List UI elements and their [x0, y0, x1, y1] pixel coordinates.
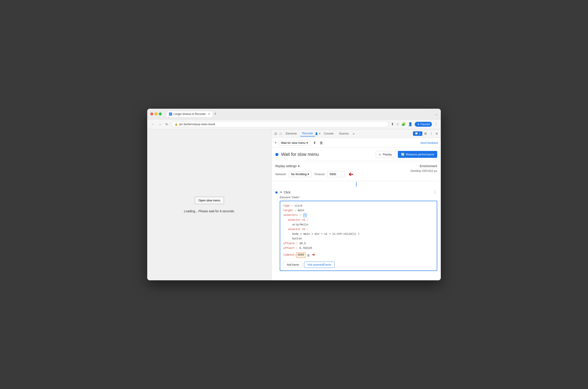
code-timeout-line: timeout : 6000 🗑 ➜	[283, 251, 434, 259]
replay-settings-left: Replay settings ▾ Network No throttling …	[275, 164, 354, 178]
environment-title: Environment	[411, 164, 437, 168]
code-selectors-line: selectors : R	[283, 213, 434, 217]
title-bar-actions: ⌄	[435, 112, 438, 116]
refresh-button[interactable]: ↻	[165, 122, 169, 127]
step-expand-icon[interactable]: ▼	[280, 191, 282, 194]
replay-settings-title[interactable]: Replay settings ▾	[275, 164, 354, 168]
tab-close-button[interactable]: ✕	[208, 112, 210, 116]
extension-icon[interactable]: 🧩	[401, 122, 406, 126]
code-actions: Add frame Add assertedEvents	[283, 262, 434, 268]
profile-icon: 👤	[408, 122, 413, 126]
tab-sources[interactable]: Sources	[337, 131, 351, 136]
timeout-input[interactable]	[327, 171, 345, 177]
recording-selector[interactable]: Wait for slow menu ▾	[279, 140, 311, 146]
throttling-dropdown-icon: ▾	[308, 172, 309, 176]
window-controls: ⌄	[435, 112, 438, 116]
step-indicator	[275, 191, 277, 194]
loading-text: Loading... Please wait for 6 seconds.	[184, 209, 235, 213]
step-header: ▼ Click ⋮	[280, 190, 437, 195]
back-button[interactable]: ←	[150, 122, 155, 127]
send-feedback-link[interactable]: Send feedback	[420, 141, 438, 144]
code-selector2-key-line: selector #2 :	[283, 227, 434, 232]
secure-icon: 🔒	[174, 123, 178, 126]
browser-tab[interactable]: R Longer timeout in Recorder ✕	[166, 111, 213, 117]
add-recording-button[interactable]: +	[275, 140, 277, 145]
code-selector1-key-line: selector #1 :	[283, 218, 434, 222]
code-selector2-val2-line: button	[283, 237, 434, 241]
step-item: ▼ Click ⋮ Element "Hello" type : click	[272, 187, 441, 275]
browser-viewport: Open slow menu Loading... Please wait fo…	[147, 129, 272, 280]
selector-icon: R	[303, 213, 307, 217]
step-line	[356, 182, 356, 187]
settings-dropdown-icon: ▾	[298, 164, 300, 168]
browser-window: R Longer timeout in Recorder ✕ + ⌄ ← → ↻…	[147, 109, 441, 280]
address-bar: ← → ↻ 🔒 jec.fyi/demo/pup-slow-result ⬆ ☆…	[147, 119, 441, 129]
close-devtools-button[interactable]: ✕	[435, 131, 439, 136]
code-selector1-val-line: aria/Hello	[283, 223, 434, 227]
paused-badge[interactable]: ⏸ Paused	[415, 122, 432, 127]
more-tabs-button[interactable]: »	[352, 131, 355, 136]
title-bar: R Longer timeout in Recorder ✕ + ⌄	[147, 109, 441, 119]
notification-badge[interactable]: 💬 1	[413, 131, 422, 136]
step-type: Click	[284, 191, 290, 194]
red-arrow-timeout: ➜	[311, 251, 315, 259]
code-selector2-val-line: body > main > div > ul > li:nth-child(1)…	[283, 232, 434, 236]
address-actions: ⬆ ☆ 🧩 👤 ⏸ Paused ⋮	[391, 122, 438, 127]
bookmark-icon[interactable]: ☆	[396, 122, 399, 126]
inspector-icon[interactable]: ⊡	[274, 131, 278, 136]
share-icon[interactable]: ⬆	[391, 122, 394, 126]
steps-area: ▼ Click ⋮ Element "Hello" type : click	[272, 181, 441, 280]
settings-icon[interactable]: ⚙	[423, 131, 428, 136]
environment-device: Desktop 535×622 px	[411, 169, 437, 172]
delete-recording-button[interactable]: 🗑	[319, 140, 324, 146]
settings-row: Network No throttling ▾ Timeout ➜	[275, 170, 354, 178]
code-offsetY-line: offsetY : 9.703125	[283, 246, 434, 251]
tab-recorder[interactable]: Recorder	[300, 131, 315, 136]
tab-console[interactable]: Console	[322, 131, 336, 136]
recorder-toolbar: + Wait for slow menu ▾ ⬆ 🗑 Send feedback	[272, 138, 441, 148]
forward-button[interactable]: →	[157, 122, 162, 127]
devtools-tabs-bar: ⊡ □ Elements Recorder 👤 ✕ Console Source…	[272, 129, 441, 138]
tab-favicon: R	[169, 112, 172, 116]
throttling-select[interactable]: No throttling ▾	[289, 171, 311, 177]
measure-performance-button[interactable]: 🔄 Measure performance	[398, 151, 437, 158]
minimize-traffic-light[interactable]	[155, 112, 157, 115]
replay-settings: Replay settings ▾ Network No throttling …	[272, 161, 441, 181]
code-offsetX-line: offsetX : 30.5	[283, 242, 434, 246]
environment-section: Environment Desktop 535×622 px	[411, 164, 437, 172]
network-label: Network	[275, 172, 286, 176]
devtools-more-icon[interactable]: ⋮	[429, 131, 434, 136]
new-tab-button[interactable]: +	[214, 112, 216, 116]
code-type-line: type : click	[283, 204, 434, 208]
add-frame-button[interactable]: Add frame	[283, 262, 302, 268]
devtools-panel: ⊡ □ Elements Recorder 👤 ✕ Console Source…	[272, 129, 441, 280]
recording-indicator	[275, 153, 278, 156]
code-target-line: target : main	[283, 208, 434, 213]
maximize-traffic-light[interactable]	[159, 112, 162, 115]
step-more-button[interactable]: ⋮	[433, 190, 437, 195]
tab-bar: R Longer timeout in Recorder ✕ +	[166, 111, 433, 117]
menu-icon[interactable]: ⋮	[434, 122, 438, 126]
delete-timeout-button[interactable]: 🗑	[307, 254, 310, 257]
step-content: ▼ Click ⋮ Element "Hello" type : click	[280, 190, 437, 273]
url-bar[interactable]: 🔒 jec.fyi/demo/pup-slow-result	[171, 121, 389, 127]
close-traffic-light[interactable]	[150, 112, 153, 115]
code-block: type : click target : main selectors : R	[280, 201, 437, 271]
timeout-label: Timeout	[314, 172, 324, 176]
export-button[interactable]: ⬆	[312, 140, 317, 146]
red-arrow-annotation: ➜	[348, 170, 354, 178]
add-asserted-events-button[interactable]: Add assertedEvents	[304, 262, 335, 268]
tab-elements[interactable]: Elements	[283, 131, 299, 136]
tab-title: Longer timeout in Recorder	[173, 112, 206, 116]
replay-button[interactable]: ▷ Replay	[376, 151, 395, 158]
url-text: jec.fyi/demo/pup-slow-result	[179, 123, 385, 126]
recording-header: Wait for slow menu ▷ Replay 🔄 Measure pe…	[272, 148, 441, 161]
open-slow-menu-button[interactable]: Open slow menu	[195, 197, 224, 204]
recorder-close-icon[interactable]: 👤 ✕	[315, 132, 321, 135]
step-connector	[272, 181, 441, 187]
timeout-value-highlight: 6000	[296, 253, 306, 258]
recording-title: Wait for slow menu	[281, 152, 373, 157]
main-area: Open slow menu Loading... Please wait fo…	[147, 129, 441, 280]
device-icon[interactable]: □	[279, 131, 282, 136]
step-dot	[275, 191, 277, 194]
